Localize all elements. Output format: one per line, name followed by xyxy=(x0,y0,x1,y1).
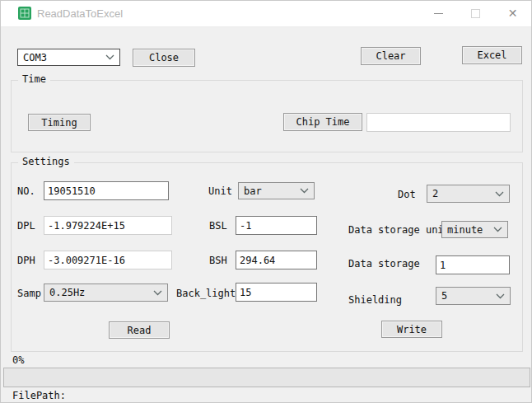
clear-button[interactable]: Clear xyxy=(361,47,421,65)
chip-time-button[interactable]: Chip Time xyxy=(283,113,362,131)
dpl-field[interactable] xyxy=(44,216,172,235)
chevron-down-icon xyxy=(495,191,504,197)
unit-value: bar xyxy=(244,185,262,197)
clear-label: Clear xyxy=(376,50,405,62)
bsl-field[interactable] xyxy=(236,216,317,235)
bsl-label: BSL xyxy=(209,220,227,232)
chevron-down-icon xyxy=(496,293,505,299)
write-label: Write xyxy=(397,324,427,335)
minimize-icon xyxy=(434,13,443,14)
com-port-select[interactable]: COM3 xyxy=(17,49,120,66)
minimize-button[interactable] xyxy=(420,1,457,26)
back-light-field[interactable] xyxy=(236,283,317,302)
dot-label: Dot xyxy=(398,189,416,200)
chip-time-field[interactable] xyxy=(366,113,511,132)
window-title: ReadDataToExcel xyxy=(37,7,123,20)
shielding-select[interactable]: 5 xyxy=(436,287,511,305)
chip-time-label: Chip Time xyxy=(296,116,349,128)
close-window-button[interactable]: ✕ xyxy=(494,1,531,26)
dpl-label: DPL xyxy=(17,220,35,232)
chevron-down-icon xyxy=(105,54,114,60)
chevron-down-icon xyxy=(153,290,162,296)
bsh-label: BSH xyxy=(209,255,227,266)
time-group-label: Time xyxy=(18,73,50,85)
progress-percent-label: 0% xyxy=(12,354,24,366)
data-storage-unit-select[interactable]: minute xyxy=(441,221,508,238)
settings-group-label: Settings xyxy=(18,156,74,167)
dph-label: DPH xyxy=(17,255,35,266)
excel-button[interactable]: Excel xyxy=(462,46,522,64)
shielding-value: 5 xyxy=(441,290,447,302)
timing-label: Timing xyxy=(41,117,77,129)
bsh-field[interactable] xyxy=(236,251,317,269)
close-port-label: Close xyxy=(149,52,179,63)
data-storage-field[interactable] xyxy=(436,255,510,274)
maximize-button[interactable] xyxy=(457,1,494,26)
write-button[interactable]: Write xyxy=(381,321,442,338)
back-light-label: Back_light xyxy=(176,288,236,299)
no-field[interactable] xyxy=(44,181,169,200)
title-bar: ReadDataToExcel ✕ xyxy=(1,1,531,27)
data-storage-label: Data storage xyxy=(348,258,420,269)
chevron-down-icon xyxy=(300,188,309,194)
close-port-button[interactable]: Close xyxy=(133,49,195,67)
no-label: NO. xyxy=(17,185,35,197)
com-port-value: COM3 xyxy=(23,52,47,63)
maximize-icon xyxy=(471,9,480,18)
unit-label: Unit xyxy=(208,185,232,197)
samp-select[interactable]: 0.25Hz xyxy=(44,284,168,302)
read-button[interactable]: Read xyxy=(109,321,170,339)
unit-select[interactable]: bar xyxy=(238,182,315,199)
close-icon: ✕ xyxy=(508,7,518,20)
timing-button[interactable]: Timing xyxy=(28,114,91,131)
samp-value: 0.25Hz xyxy=(49,287,85,298)
dph-field[interactable] xyxy=(44,251,172,269)
samp-label: Samp xyxy=(17,288,41,299)
data-storage-unit-value: minute xyxy=(447,224,483,236)
progress-bar xyxy=(3,368,530,387)
read-label: Read xyxy=(128,325,152,336)
shielding-label: Shielding xyxy=(348,294,402,306)
excel-app-icon xyxy=(18,7,31,20)
excel-label: Excel xyxy=(477,49,506,61)
dot-value: 2 xyxy=(432,188,438,199)
app-window: ReadDataToExcel ✕ COM3 Close Clear Excel… xyxy=(0,0,532,403)
chevron-down-icon xyxy=(493,227,502,232)
filepath-label: FilePath: xyxy=(12,390,66,401)
dot-select[interactable]: 2 xyxy=(427,185,510,203)
data-storage-unit-label: Data storage unit xyxy=(348,224,450,236)
